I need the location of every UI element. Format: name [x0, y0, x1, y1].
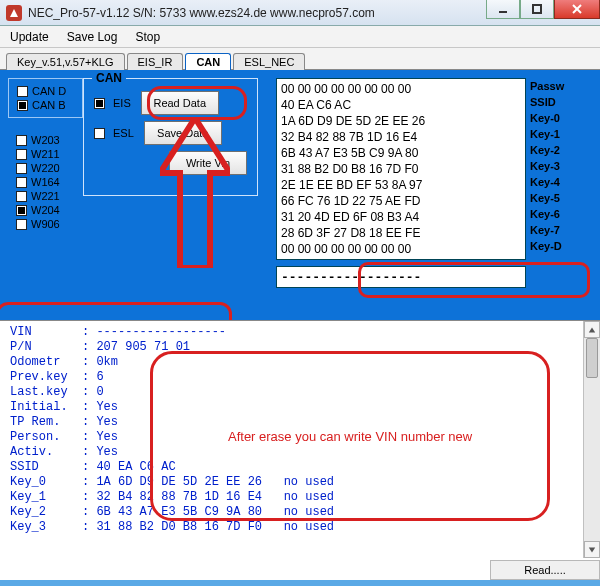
save-data-button[interactable]: Save Data — [144, 121, 222, 145]
title-bar: NEC_Pro-57-v1.12 S/N: 5733 www.ezs24.de … — [0, 0, 600, 26]
hex-dump: 00 00 00 00 00 00 00 0040 EA C6 AC 1A 6D… — [276, 78, 526, 260]
scroll-down-icon[interactable] — [584, 541, 600, 558]
maximize-button[interactable] — [520, 0, 554, 19]
can-panel: CAN EIS Read Data ESL Save Data Write Vi… — [83, 78, 258, 196]
hex-row: 00 00 00 00 00 00 00 00 — [281, 81, 521, 97]
status-bar: Read..... — [490, 560, 600, 580]
write-vin-button[interactable]: Write Vin — [169, 151, 247, 175]
model-group: W203 W211 W220 W164 W221 W204 W906 — [8, 128, 83, 236]
work-area: CAN D CAN B W203 W211 W220 W164 W221 W20… — [0, 70, 600, 320]
hex-row: 6B 43 A7 E3 5B C9 9A 80 — [281, 145, 521, 161]
checkbox-label: W220 — [31, 162, 60, 174]
hex-label: Key-3 — [530, 158, 564, 174]
can-panel-legend: CAN — [92, 71, 126, 85]
hex-row: 2E 1E EE BD EF 53 8A 97 — [281, 177, 521, 193]
checkbox-w221[interactable]: W221 — [16, 190, 81, 202]
scroll-track[interactable] — [584, 338, 600, 541]
checkbox-label: ESL — [113, 127, 134, 139]
hex-label: Key-4 — [530, 174, 564, 190]
scrollbar[interactable] — [583, 321, 600, 558]
menu-update[interactable]: Update — [10, 30, 49, 44]
checkbox-w204[interactable]: W204 — [16, 204, 81, 216]
checkbox-can-b[interactable]: CAN B — [17, 99, 80, 111]
hex-label: SSID — [530, 94, 564, 110]
scroll-thumb[interactable] — [586, 338, 598, 378]
checkbox-label: EIS — [113, 97, 131, 109]
hex-label: Passw — [530, 78, 564, 94]
svg-rect-1 — [533, 5, 541, 13]
checkbox-can-d[interactable]: CAN D — [17, 85, 80, 97]
can-bus-group: CAN D CAN B — [8, 78, 83, 118]
tab-esl-nec[interactable]: ESL_NEC — [233, 53, 305, 70]
checkbox-eis[interactable]: EIS — [94, 97, 141, 109]
checkbox-w211[interactable]: W211 — [16, 148, 81, 160]
can-panel-column: CAN EIS Read Data ESL Save Data Write Vi… — [83, 78, 258, 312]
hex-label: Key-0 — [530, 110, 564, 126]
hex-row: 40 EA C6 AC — [281, 97, 521, 113]
checkbox-label: W204 — [31, 204, 60, 216]
menu-stop[interactable]: Stop — [135, 30, 160, 44]
checkbox-w203[interactable]: W203 — [16, 134, 81, 146]
tab-label: ESL_NEC — [244, 56, 294, 68]
checkbox-label: W203 — [31, 134, 60, 146]
info-text: VIN : ------------------ P/N : 207 905 7… — [0, 321, 600, 539]
checkbox-label: CAN D — [32, 85, 66, 97]
tab-label: CAN — [196, 56, 220, 68]
checkbox-label: W164 — [31, 176, 60, 188]
hex-label: Key-5 — [530, 190, 564, 206]
checkbox-esl[interactable]: ESL — [94, 127, 144, 139]
hex-row: 1A 6D D9 DE 5D 2E EE 26 — [281, 113, 521, 129]
app-icon — [6, 5, 22, 21]
info-panel: VIN : ------------------ P/N : 207 905 7… — [0, 320, 600, 580]
hex-label: Key-D — [530, 238, 564, 254]
left-column: CAN D CAN B W203 W211 W220 W164 W221 W20… — [8, 78, 83, 312]
hex-row: 28 6D 3F 27 D8 18 EE FE — [281, 225, 521, 241]
tab-key[interactable]: Key_v.51,v.57+KLG — [6, 53, 125, 70]
tab-eis-ir[interactable]: EIS_IR — [127, 53, 184, 70]
status-text: Read..... — [524, 564, 566, 576]
checkbox-w164[interactable]: W164 — [16, 176, 81, 188]
tab-can[interactable]: CAN — [185, 53, 231, 70]
hex-labels: PasswSSIDKey-0Key-1Key-2Key-3Key-4Key-5K… — [530, 78, 564, 254]
hex-row: 31 88 B2 D0 B8 16 7D F0 — [281, 161, 521, 177]
hex-column: 00 00 00 00 00 00 00 0040 EA C6 AC 1A 6D… — [276, 78, 592, 312]
hex-label: Key-7 — [530, 222, 564, 238]
dash-input[interactable] — [276, 266, 526, 288]
hex-row: 32 B4 82 88 7B 1D 16 E4 — [281, 129, 521, 145]
checkbox-label: W221 — [31, 190, 60, 202]
dash-field-wrap — [276, 266, 592, 288]
menu-save-log[interactable]: Save Log — [67, 30, 118, 44]
close-button[interactable] — [554, 0, 600, 19]
tab-label: Key_v.51,v.57+KLG — [17, 56, 114, 68]
checkbox-w906[interactable]: W906 — [16, 218, 81, 230]
hex-label: Key-6 — [530, 206, 564, 222]
checkbox-label: CAN B — [32, 99, 66, 111]
menu-bar: Update Save Log Stop — [0, 26, 600, 48]
read-data-button[interactable]: Read Data — [141, 91, 219, 115]
tab-label: EIS_IR — [138, 56, 173, 68]
hex-row: 00 00 00 00 00 00 00 00 — [281, 241, 521, 257]
hex-row: 31 20 4D ED 6F 08 B3 A4 — [281, 209, 521, 225]
checkbox-label: W211 — [31, 148, 60, 160]
hex-label: Key-2 — [530, 142, 564, 158]
window-title: NEC_Pro-57-v1.12 S/N: 5733 www.ezs24.de … — [28, 6, 486, 20]
tab-bar: Key_v.51,v.57+KLG EIS_IR CAN ESL_NEC — [0, 48, 600, 70]
checkbox-w220[interactable]: W220 — [16, 162, 81, 174]
hex-row: 66 FC 76 1D 22 75 AE FD — [281, 193, 521, 209]
minimize-button[interactable] — [486, 0, 520, 19]
hex-label: Key-1 — [530, 126, 564, 142]
checkbox-label: W906 — [31, 218, 60, 230]
scroll-up-icon[interactable] — [584, 321, 600, 338]
